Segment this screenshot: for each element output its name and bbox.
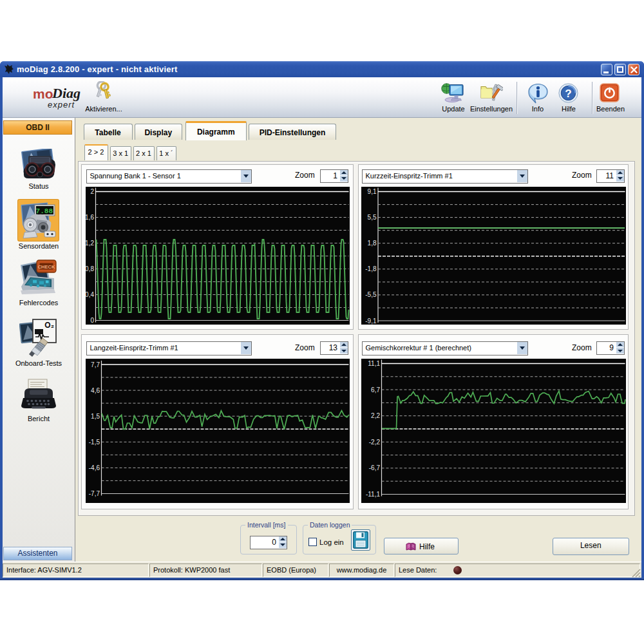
svg-text:?: ? [565, 88, 571, 100]
svg-text:7.88: 7.88 [36, 207, 53, 215]
svg-text:CHECK: CHECK [38, 264, 55, 270]
svg-text:O₂: O₂ [44, 321, 54, 330]
